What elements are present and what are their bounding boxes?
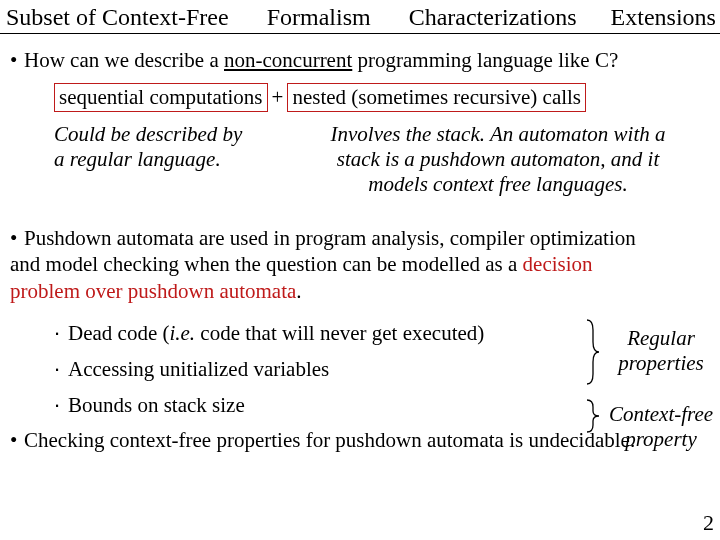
- bullet-undecidable: •Checking context-free properties for pu…: [10, 428, 710, 453]
- brace-icon: [586, 398, 600, 434]
- p2-l1: Pushdown automata are used in program an…: [24, 226, 636, 250]
- bullet-pushdown: •Pushdown automata are used in program a…: [10, 225, 710, 304]
- p2-l3b: .: [296, 279, 301, 303]
- expl-left: Could be described by a regular language…: [54, 122, 298, 197]
- header-tab-subset: Subset of Context-Free: [6, 4, 229, 31]
- slide-content: •How can we describe a non-concurrent pr…: [0, 34, 720, 453]
- expl-right-l3: models context free languages.: [298, 172, 698, 197]
- bullet-icon: •: [10, 225, 24, 251]
- explanation-row: Could be described by a regular language…: [54, 122, 710, 197]
- section-header: Subset of Context-Free Formalism Charact…: [0, 0, 720, 34]
- e3: Bounds on stack size: [68, 393, 245, 417]
- brace-icon: [586, 318, 600, 386]
- box-nested: nested (sometimes recursive) calls: [287, 83, 586, 112]
- p2-l2b: decision: [523, 252, 593, 276]
- lab2a: Context-free: [606, 402, 716, 427]
- example-bounds: ·Bounds on stack size: [54, 392, 594, 418]
- expl-right-l1: Involves the stack. An automaton with a: [298, 122, 698, 147]
- p2-l2a: and model checking when the question can…: [10, 252, 523, 276]
- bullet-icon: •: [10, 428, 24, 453]
- expl-right: Involves the stack. An automaton with a …: [298, 122, 698, 197]
- q-nonconcurrent: non-concurrent: [224, 48, 352, 72]
- example-uninit: ·Accessing unitialized variables: [54, 356, 594, 382]
- page-number: 2: [703, 510, 714, 536]
- e1a: Dead code (: [68, 321, 169, 345]
- plus-sign: +: [268, 85, 288, 110]
- dot-icon: ·: [54, 356, 68, 382]
- lab1a: Regular: [606, 326, 716, 351]
- header-tab-characterizations: Characterizations: [409, 4, 577, 31]
- label-context-free: Context-free property: [606, 402, 716, 452]
- final-text: Checking context-free properties for pus…: [24, 428, 635, 452]
- e2: Accessing unitialized variables: [68, 357, 329, 381]
- e1b: i.e.: [169, 321, 195, 345]
- q-pre: How can we describe a: [24, 48, 224, 72]
- highlight-row: sequential computations + nested (someti…: [54, 83, 710, 112]
- expl-left-l1: Could be described by: [54, 122, 288, 147]
- dot-icon: ·: [54, 392, 68, 418]
- lab2b: property: [606, 427, 716, 452]
- example-dead-code: ·Dead code (i.e. code that will never ge…: [54, 320, 594, 346]
- expl-right-l2: stack is a pushdown automaton, and it: [298, 147, 698, 172]
- dot-icon: ·: [54, 320, 68, 346]
- q-post: programming language like C?: [352, 48, 618, 72]
- label-regular: Regular properties: [606, 326, 716, 376]
- bullet-question: •How can we describe a non-concurrent pr…: [10, 48, 710, 73]
- box-sequential: sequential computations: [54, 83, 268, 112]
- header-tab-extensions: Extensions: [611, 4, 716, 31]
- header-tab-formalism: Formalism: [267, 4, 371, 31]
- bullet-icon: •: [10, 48, 24, 73]
- e1c: code that will never get executed): [195, 321, 484, 345]
- p2-l3a: problem over pushdown automata: [10, 279, 296, 303]
- expl-left-l2: a regular language.: [54, 147, 288, 172]
- lab1b: properties: [606, 351, 716, 376]
- examples-block: ·Dead code (i.e. code that will never ge…: [54, 320, 710, 418]
